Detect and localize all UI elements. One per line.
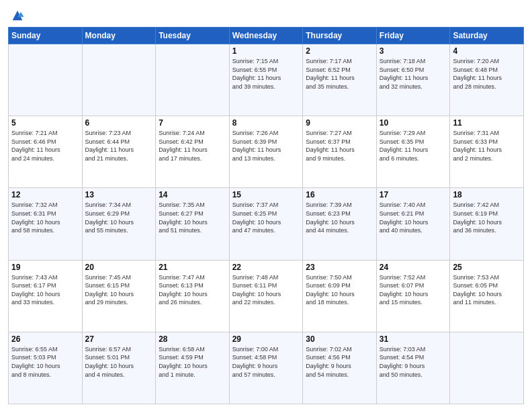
day-info: Sunrise: 7:35 AM Sunset: 6:27 PM Dayligh… [159, 201, 226, 234]
day-info: Sunrise: 7:18 AM Sunset: 6:50 PM Dayligh… [380, 57, 447, 91]
table-row: 19Sunrise: 7:43 AM Sunset: 6:17 PM Dayli… [9, 260, 83, 332]
day-info: Sunrise: 6:57 AM Sunset: 5:01 PM Dayligh… [85, 345, 153, 379]
table-row: 5Sunrise: 7:21 AM Sunset: 6:46 PM Daylig… [9, 116, 83, 188]
table-row: 25Sunrise: 7:53 AM Sunset: 6:05 PM Dayli… [450, 260, 524, 332]
calendar-week-row: 12Sunrise: 7:32 AM Sunset: 6:31 PM Dayli… [9, 188, 524, 260]
day-info: Sunrise: 7:53 AM Sunset: 6:05 PM Dayligh… [453, 273, 521, 307]
day-number: 7 [159, 118, 226, 128]
logo [8, 7, 25, 23]
day-number: 12 [11, 190, 79, 199]
table-row: 6Sunrise: 7:23 AM Sunset: 6:44 PM Daylig… [82, 116, 156, 188]
day-info: Sunrise: 7:15 AM Sunset: 6:55 PM Dayligh… [232, 57, 300, 91]
day-info: Sunrise: 7:42 AM Sunset: 6:19 PM Dayligh… [453, 201, 521, 234]
day-info: Sunrise: 7:24 AM Sunset: 6:42 PM Dayligh… [159, 129, 226, 163]
table-row: 17Sunrise: 7:40 AM Sunset: 6:21 PM Dayli… [376, 188, 450, 260]
day-number: 3 [380, 46, 447, 56]
day-info: Sunrise: 7:27 AM Sunset: 6:37 PM Dayligh… [306, 129, 373, 163]
table-row: 8Sunrise: 7:26 AM Sunset: 6:39 PM Daylig… [229, 116, 303, 188]
table-row: 20Sunrise: 7:45 AM Sunset: 6:15 PM Dayli… [82, 260, 156, 332]
day-info: Sunrise: 7:50 AM Sunset: 6:09 PM Dayligh… [306, 273, 373, 307]
day-info: Sunrise: 7:21 AM Sunset: 6:46 PM Dayligh… [11, 129, 79, 163]
table-row: 12Sunrise: 7:32 AM Sunset: 6:31 PM Dayli… [9, 188, 83, 260]
day-info: Sunrise: 7:31 AM Sunset: 6:33 PM Dayligh… [453, 129, 521, 163]
header [8, 7, 524, 23]
day-info: Sunrise: 7:26 AM Sunset: 6:39 PM Dayligh… [232, 129, 300, 163]
calendar-week-row: 1Sunrise: 7:15 AM Sunset: 6:55 PM Daylig… [9, 44, 524, 116]
table-row: 15Sunrise: 7:37 AM Sunset: 6:25 PM Dayli… [229, 188, 303, 260]
day-info: Sunrise: 7:37 AM Sunset: 6:25 PM Dayligh… [232, 201, 300, 234]
logo-icon [10, 8, 25, 23]
day-info: Sunrise: 7:34 AM Sunset: 6:29 PM Dayligh… [85, 201, 153, 234]
day-number: 15 [232, 190, 300, 199]
table-row: 4Sunrise: 7:20 AM Sunset: 6:48 PM Daylig… [450, 44, 524, 116]
day-info: Sunrise: 7:39 AM Sunset: 6:23 PM Dayligh… [306, 201, 373, 234]
day-number: 29 [232, 334, 300, 344]
day-number: 16 [306, 190, 373, 199]
day-number: 25 [453, 263, 521, 272]
table-row: 1Sunrise: 7:15 AM Sunset: 6:55 PM Daylig… [229, 44, 303, 116]
table-row [450, 332, 524, 404]
col-saturday: Saturday [450, 28, 524, 44]
day-number: 13 [85, 190, 153, 199]
day-number: 31 [380, 334, 447, 344]
day-number: 24 [380, 263, 447, 272]
day-number: 10 [380, 118, 447, 128]
calendar-week-row: 26Sunrise: 6:55 AM Sunset: 5:03 PM Dayli… [9, 332, 524, 404]
table-row: 14Sunrise: 7:35 AM Sunset: 6:27 PM Dayli… [156, 188, 230, 260]
day-info: Sunrise: 6:58 AM Sunset: 4:59 PM Dayligh… [159, 345, 226, 379]
table-row: 26Sunrise: 6:55 AM Sunset: 5:03 PM Dayli… [9, 332, 83, 404]
col-sunday: Sunday [9, 28, 83, 44]
col-monday: Monday [82, 28, 156, 44]
day-number: 30 [306, 334, 373, 344]
day-number: 2 [306, 46, 373, 56]
table-row: 10Sunrise: 7:29 AM Sunset: 6:35 PM Dayli… [376, 116, 450, 188]
table-row: 16Sunrise: 7:39 AM Sunset: 6:23 PM Dayli… [303, 188, 377, 260]
table-row [156, 44, 230, 116]
table-row: 27Sunrise: 6:57 AM Sunset: 5:01 PM Dayli… [82, 332, 156, 404]
table-row: 18Sunrise: 7:42 AM Sunset: 6:19 PM Dayli… [450, 188, 524, 260]
col-tuesday: Tuesday [156, 28, 230, 44]
day-number: 20 [85, 263, 153, 272]
calendar-week-row: 19Sunrise: 7:43 AM Sunset: 6:17 PM Dayli… [9, 260, 524, 332]
day-info: Sunrise: 7:00 AM Sunset: 4:58 PM Dayligh… [232, 345, 300, 379]
day-info: Sunrise: 7:48 AM Sunset: 6:11 PM Dayligh… [232, 273, 300, 307]
col-friday: Friday [376, 28, 450, 44]
day-info: Sunrise: 7:23 AM Sunset: 6:44 PM Dayligh… [85, 129, 153, 163]
day-info: Sunrise: 7:32 AM Sunset: 6:31 PM Dayligh… [11, 201, 79, 234]
calendar-week-row: 5Sunrise: 7:21 AM Sunset: 6:46 PM Daylig… [9, 116, 524, 188]
day-number: 11 [453, 118, 521, 128]
table-row [9, 44, 83, 116]
col-thursday: Thursday [303, 28, 377, 44]
day-info: Sunrise: 7:17 AM Sunset: 6:52 PM Dayligh… [306, 57, 373, 91]
page-container: Sunday Monday Tuesday Wednesday Thursday… [0, 0, 532, 411]
day-number: 4 [453, 46, 521, 56]
table-row: 28Sunrise: 6:58 AM Sunset: 4:59 PM Dayli… [156, 332, 230, 404]
day-number: 21 [159, 263, 226, 272]
day-number: 1 [232, 46, 300, 56]
table-row [82, 44, 156, 116]
table-row: 31Sunrise: 7:03 AM Sunset: 4:54 PM Dayli… [376, 332, 450, 404]
day-number: 22 [232, 263, 300, 272]
day-number: 28 [159, 334, 226, 344]
table-row: 30Sunrise: 7:02 AM Sunset: 4:56 PM Dayli… [303, 332, 377, 404]
table-row: 13Sunrise: 7:34 AM Sunset: 6:29 PM Dayli… [82, 188, 156, 260]
day-number: 27 [85, 334, 153, 344]
table-row: 11Sunrise: 7:31 AM Sunset: 6:33 PM Dayli… [450, 116, 524, 188]
day-number: 5 [11, 118, 79, 128]
day-number: 6 [85, 118, 153, 128]
table-row: 23Sunrise: 7:50 AM Sunset: 6:09 PM Dayli… [303, 260, 377, 332]
day-number: 8 [232, 118, 300, 128]
day-info: Sunrise: 7:43 AM Sunset: 6:17 PM Dayligh… [11, 273, 79, 307]
day-number: 18 [453, 190, 521, 199]
day-number: 9 [306, 118, 373, 128]
day-info: Sunrise: 7:52 AM Sunset: 6:07 PM Dayligh… [380, 273, 447, 307]
calendar-table: Sunday Monday Tuesday Wednesday Thursday… [8, 27, 524, 404]
table-row: 9Sunrise: 7:27 AM Sunset: 6:37 PM Daylig… [303, 116, 377, 188]
day-info: Sunrise: 7:02 AM Sunset: 4:56 PM Dayligh… [306, 345, 373, 379]
table-row: 24Sunrise: 7:52 AM Sunset: 6:07 PM Dayli… [376, 260, 450, 332]
table-row: 29Sunrise: 7:00 AM Sunset: 4:58 PM Dayli… [229, 332, 303, 404]
table-row: 7Sunrise: 7:24 AM Sunset: 6:42 PM Daylig… [156, 116, 230, 188]
table-row: 21Sunrise: 7:47 AM Sunset: 6:13 PM Dayli… [156, 260, 230, 332]
day-number: 19 [11, 263, 79, 272]
col-wednesday: Wednesday [229, 28, 303, 44]
